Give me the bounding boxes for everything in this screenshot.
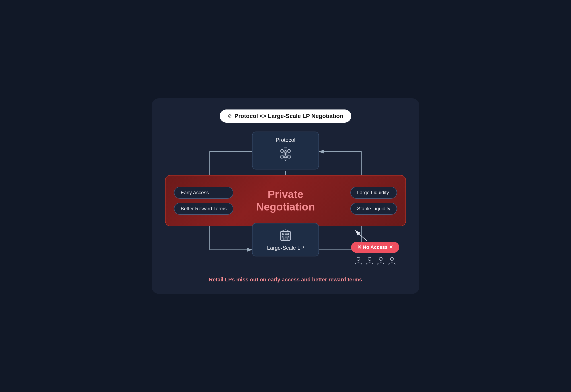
protocol-label: Protocol	[276, 137, 295, 143]
no-access-pill: ✕ No Access ✕	[351, 242, 399, 253]
no-access-area: ✕ No Access ✕	[351, 228, 399, 265]
main-card: ⊘ Protocol <> Large-Scale LP Negotiation	[152, 98, 419, 294]
person-icon-1	[354, 256, 363, 265]
right-tags: Large Liquidity Stable Liquidity	[350, 187, 397, 215]
svg-text:$: $	[285, 153, 286, 155]
svg-rect-20	[285, 233, 287, 235]
svg-rect-19	[282, 233, 284, 235]
stable-liquidity-tag: Stable Liquidity	[350, 203, 397, 215]
protocol-box: Protocol $	[252, 132, 319, 169]
person-icon-3	[376, 256, 385, 265]
better-reward-tag: Better Reward Terms	[174, 203, 233, 215]
protocol-icon: $	[277, 146, 294, 164]
svg-line-27	[286, 230, 290, 231]
negotiation-title: Private Negotiation	[256, 188, 315, 213]
left-tags: Early Access Better Reward Terms	[174, 187, 233, 215]
large-liquidity-tag: Large Liquidity	[350, 187, 397, 199]
person-icon-4	[387, 256, 397, 265]
svg-rect-22	[282, 236, 284, 237]
people-icons	[354, 256, 397, 265]
person-icon-2	[365, 256, 374, 265]
svg-rect-21	[287, 233, 289, 235]
svg-rect-25	[284, 238, 287, 240]
svg-point-32	[390, 257, 393, 260]
no-access-arrow-svg	[353, 228, 371, 242]
svg-rect-23	[285, 236, 287, 237]
early-access-tag: Early Access	[174, 187, 233, 199]
title-pill: ⊘ Protocol <> Large-Scale LP Negotiation	[220, 110, 351, 123]
svg-point-31	[379, 257, 382, 260]
caption: Retail LPs miss out on early access and …	[165, 277, 406, 283]
slash-icon: ⊘	[228, 113, 232, 119]
svg-line-26	[281, 230, 286, 231]
lp-label: Large-Scale LP	[267, 245, 304, 251]
diagram: Protocol $	[165, 132, 406, 270]
svg-rect-24	[287, 236, 289, 237]
building-icon	[279, 228, 292, 242]
lp-box: Large-Scale LP	[252, 223, 319, 256]
svg-point-30	[368, 257, 371, 260]
svg-point-29	[357, 257, 360, 260]
title-text: Protocol <> Large-Scale LP Negotiation	[234, 112, 343, 120]
